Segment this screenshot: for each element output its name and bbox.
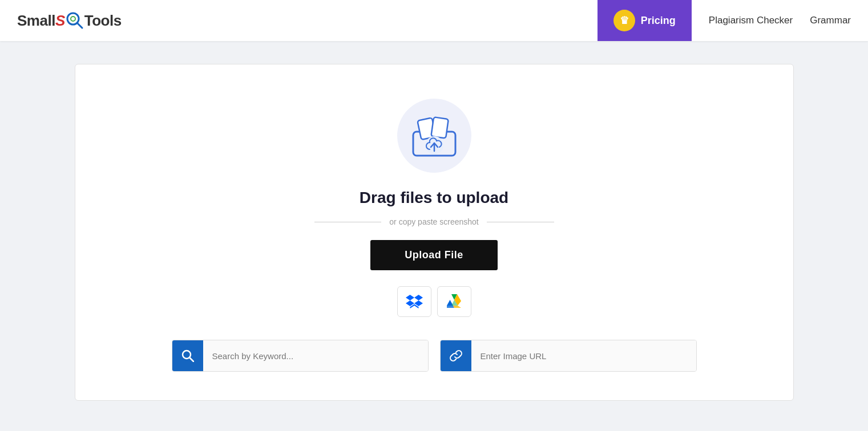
svg-line-1 xyxy=(77,23,82,28)
logo-tools-text: Tools xyxy=(84,12,122,30)
keyword-search-input[interactable] xyxy=(203,340,428,371)
keyword-search-button[interactable] xyxy=(172,340,203,371)
main-content: Drag files to upload or copy paste scree… xyxy=(0,41,868,424)
search-icon xyxy=(181,349,194,362)
pricing-button[interactable]: ♛ Pricing xyxy=(597,0,692,41)
crown-icon: ♛ xyxy=(613,10,635,31)
svg-point-2 xyxy=(71,17,75,21)
upload-file-button[interactable]: Upload File xyxy=(370,240,498,270)
dropbox-button[interactable] xyxy=(397,286,431,317)
site-header: Small S Tools ♛ Pricing Plagiarism Check… xyxy=(0,0,868,41)
or-text: or copy paste screenshot xyxy=(389,217,478,226)
logo-s: S xyxy=(55,12,65,30)
image-url-input[interactable] xyxy=(471,340,696,371)
link-icon xyxy=(450,349,462,362)
site-logo: Small S Tools xyxy=(17,11,122,30)
or-divider: or copy paste screenshot xyxy=(314,217,554,226)
dropbox-icon xyxy=(406,293,423,310)
main-nav: ♛ Pricing Plagiarism Checker Grammar xyxy=(597,0,851,41)
nav-grammar[interactable]: Grammar xyxy=(810,15,851,26)
drag-title: Drag files to upload xyxy=(360,189,508,207)
cloud-storage-icons xyxy=(397,286,471,317)
url-search-button[interactable] xyxy=(441,340,471,371)
upload-svg-icon xyxy=(409,110,460,161)
keyword-search-group xyxy=(172,340,429,372)
pricing-label: Pricing xyxy=(641,15,676,27)
gdrive-button[interactable] xyxy=(437,286,471,317)
nav-plagiarism-checker[interactable]: Plagiarism Checker xyxy=(709,15,793,26)
logo-small-text: Small xyxy=(17,12,55,30)
search-row xyxy=(172,340,697,372)
divider-line-left xyxy=(314,222,382,222)
svg-line-9 xyxy=(189,357,193,361)
divider-line-right xyxy=(487,222,554,222)
url-search-group xyxy=(440,340,697,372)
gdrive-icon xyxy=(446,293,463,310)
upload-card: Drag files to upload or copy paste scree… xyxy=(75,64,794,401)
svg-rect-5 xyxy=(431,117,448,138)
logo-seo-icon xyxy=(66,11,84,30)
upload-illustration xyxy=(397,99,471,173)
